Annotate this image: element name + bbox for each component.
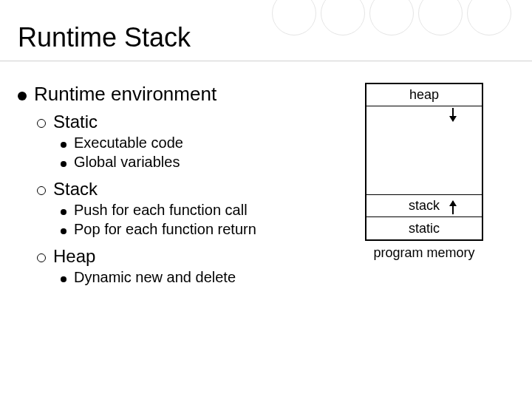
bullet-column: Runtime environment Static Executable co…	[18, 83, 335, 288]
bullet-small-icon	[61, 161, 66, 167]
section-static: Static	[37, 112, 335, 132]
section-stack: Stack	[37, 179, 335, 200]
diagram-row-stack: stack	[366, 195, 482, 217]
section-heap: Heap	[37, 246, 335, 267]
list-item: Push for each function call	[61, 202, 335, 219]
bullet-small-icon	[61, 228, 66, 234]
diagram-column: heap stack static program memory	[335, 83, 514, 288]
list-item: Global variables	[61, 154, 335, 171]
memory-box: heap stack static	[365, 83, 483, 241]
arrow-up-icon	[452, 201, 454, 214]
bullet-small-icon	[61, 276, 66, 282]
arrow-down-icon	[452, 108, 454, 121]
diagram-caption: program memory	[365, 245, 483, 261]
title-rule	[0, 61, 532, 61]
slide-title: Runtime Stack	[18, 22, 191, 53]
bullet-ring-icon	[37, 119, 46, 128]
bullet-ring-icon	[37, 186, 46, 195]
heading-row: Runtime environment	[18, 83, 335, 106]
list-item: Pop for each function return	[61, 221, 335, 238]
bullet-solid-icon	[18, 92, 27, 100]
list-item: Executable code	[61, 134, 335, 151]
bullet-small-icon	[61, 209, 66, 215]
diagram-row-gap	[366, 106, 482, 195]
bullet-small-icon	[61, 142, 66, 148]
section-label: Heap	[53, 246, 95, 267]
diagram-row-static: static	[366, 217, 482, 239]
section-label: Stack	[53, 179, 98, 200]
heading-text: Runtime environment	[34, 83, 216, 106]
slide-content: Runtime environment Static Executable co…	[18, 83, 514, 288]
diagram-row-heap: heap	[366, 84, 482, 106]
section-label: Static	[53, 112, 98, 132]
list-item: Dynamic new and delete	[61, 269, 335, 286]
memory-diagram: heap stack static program memory	[365, 83, 483, 261]
bullet-ring-icon	[37, 253, 46, 262]
decorative-circles	[272, 0, 511, 35]
